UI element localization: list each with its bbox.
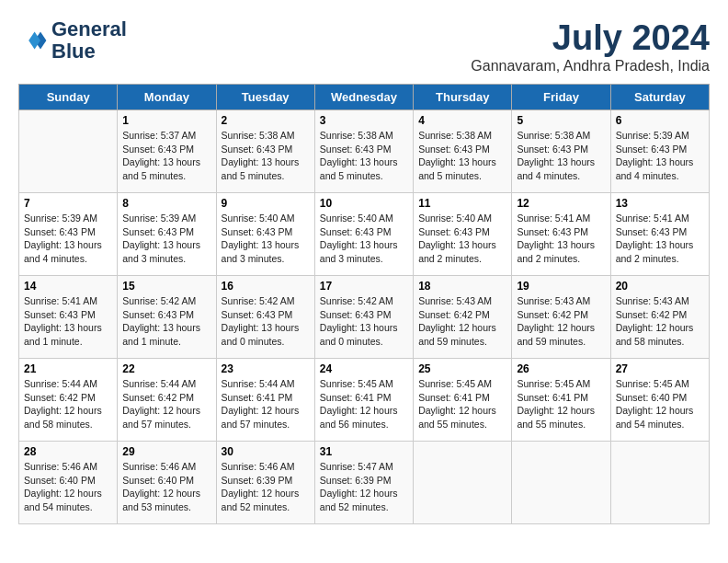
calendar-cell: 15Sunrise: 5:42 AM Sunset: 6:43 PM Dayli… [118, 276, 216, 359]
day-info: Sunrise: 5:42 AM Sunset: 6:43 PM Dayligh… [320, 294, 408, 349]
day-info: Sunrise: 5:44 AM Sunset: 6:41 PM Dayligh… [222, 377, 310, 431]
day-header-sunday: Sunday [19, 85, 118, 110]
day-header-wednesday: Wednesday [314, 85, 413, 110]
day-number: 3 [320, 114, 408, 127]
day-number: 18 [418, 280, 506, 293]
day-number: 19 [517, 280, 605, 293]
day-info: Sunrise: 5:39 AM Sunset: 6:43 PM Dayligh… [24, 212, 112, 266]
calendar-cell: 23Sunrise: 5:44 AM Sunset: 6:41 PM Dayli… [216, 359, 314, 442]
day-info: Sunrise: 5:44 AM Sunset: 6:42 PM Dayligh… [24, 377, 112, 431]
calendar-cell: 4Sunrise: 5:38 AM Sunset: 6:43 PM Daylig… [414, 110, 512, 193]
calendar-cell: 31Sunrise: 5:47 AM Sunset: 6:39 PM Dayli… [314, 442, 413, 524]
day-number: 15 [122, 280, 210, 293]
logo-icon [18, 26, 48, 55]
day-number: 30 [222, 445, 310, 458]
day-number: 26 [517, 362, 605, 375]
day-number: 29 [122, 445, 210, 458]
calendar-cell: 26Sunrise: 5:45 AM Sunset: 6:41 PM Dayli… [512, 359, 610, 442]
day-number: 11 [418, 197, 506, 210]
day-info: Sunrise: 5:45 AM Sunset: 6:40 PM Dayligh… [616, 377, 704, 431]
day-number: 10 [320, 197, 408, 210]
day-info: Sunrise: 5:45 AM Sunset: 6:41 PM Dayligh… [418, 377, 506, 431]
calendar-week-row: 1Sunrise: 5:37 AM Sunset: 6:43 PM Daylig… [19, 110, 710, 193]
day-number: 1 [122, 114, 210, 127]
calendar-week-row: 21Sunrise: 5:44 AM Sunset: 6:42 PM Dayli… [19, 359, 710, 442]
day-info: Sunrise: 5:39 AM Sunset: 6:43 PM Dayligh… [122, 212, 210, 266]
day-info: Sunrise: 5:38 AM Sunset: 6:43 PM Dayligh… [222, 129, 310, 183]
calendar-cell: 24Sunrise: 5:45 AM Sunset: 6:41 PM Dayli… [314, 359, 413, 442]
month-title: July 2024 [471, 18, 710, 58]
day-header-thursday: Thursday [414, 85, 512, 110]
day-info: Sunrise: 5:37 AM Sunset: 6:43 PM Dayligh… [122, 129, 210, 183]
day-info: Sunrise: 5:46 AM Sunset: 6:39 PM Dayligh… [222, 460, 310, 514]
calendar-cell: 9Sunrise: 5:40 AM Sunset: 6:43 PM Daylig… [216, 193, 314, 276]
day-info: Sunrise: 5:42 AM Sunset: 6:43 PM Dayligh… [222, 294, 310, 349]
logo-text: General Blue [51, 18, 127, 63]
logo: General Blue [18, 18, 127, 63]
calendar-week-row: 14Sunrise: 5:41 AM Sunset: 6:43 PM Dayli… [19, 276, 710, 359]
calendar-cell: 14Sunrise: 5:41 AM Sunset: 6:43 PM Dayli… [19, 276, 118, 359]
day-info: Sunrise: 5:40 AM Sunset: 6:43 PM Dayligh… [222, 212, 310, 266]
day-number: 2 [222, 114, 310, 127]
calendar-cell: 28Sunrise: 5:46 AM Sunset: 6:40 PM Dayli… [19, 442, 118, 524]
calendar-cell: 27Sunrise: 5:45 AM Sunset: 6:40 PM Dayli… [610, 359, 709, 442]
calendar-cell: 7Sunrise: 5:39 AM Sunset: 6:43 PM Daylig… [19, 193, 118, 276]
day-number: 14 [24, 280, 112, 293]
calendar-cell: 30Sunrise: 5:46 AM Sunset: 6:39 PM Dayli… [216, 442, 314, 524]
day-number: 7 [24, 197, 112, 210]
calendar-cell [512, 442, 610, 524]
day-number: 20 [616, 280, 704, 293]
day-number: 16 [222, 280, 310, 293]
day-header-monday: Monday [118, 85, 216, 110]
day-info: Sunrise: 5:45 AM Sunset: 6:41 PM Dayligh… [320, 377, 408, 431]
calendar-cell: 12Sunrise: 5:41 AM Sunset: 6:43 PM Dayli… [512, 193, 610, 276]
calendar-cell: 6Sunrise: 5:39 AM Sunset: 6:43 PM Daylig… [610, 110, 709, 193]
day-number: 24 [320, 362, 408, 375]
day-number: 23 [222, 362, 310, 375]
day-info: Sunrise: 5:44 AM Sunset: 6:42 PM Dayligh… [122, 377, 210, 431]
calendar-cell: 17Sunrise: 5:42 AM Sunset: 6:43 PM Dayli… [314, 276, 413, 359]
day-info: Sunrise: 5:40 AM Sunset: 6:43 PM Dayligh… [320, 212, 408, 266]
day-info: Sunrise: 5:40 AM Sunset: 6:43 PM Dayligh… [418, 212, 506, 266]
calendar-cell: 21Sunrise: 5:44 AM Sunset: 6:42 PM Dayli… [19, 359, 118, 442]
day-number: 8 [122, 197, 210, 210]
day-number: 22 [122, 362, 210, 375]
calendar-cell: 2Sunrise: 5:38 AM Sunset: 6:43 PM Daylig… [216, 110, 314, 193]
day-info: Sunrise: 5:43 AM Sunset: 6:42 PM Dayligh… [517, 294, 605, 349]
day-info: Sunrise: 5:39 AM Sunset: 6:43 PM Dayligh… [616, 129, 704, 183]
title-block: July 2024 Gannavaram, Andhra Pradesh, In… [471, 18, 710, 75]
day-info: Sunrise: 5:38 AM Sunset: 6:43 PM Dayligh… [320, 129, 408, 183]
calendar-week-row: 28Sunrise: 5:46 AM Sunset: 6:40 PM Dayli… [19, 442, 710, 524]
day-header-saturday: Saturday [610, 85, 709, 110]
day-info: Sunrise: 5:46 AM Sunset: 6:40 PM Dayligh… [122, 460, 210, 514]
day-info: Sunrise: 5:38 AM Sunset: 6:43 PM Dayligh… [517, 129, 605, 183]
day-number: 17 [320, 280, 408, 293]
calendar-cell [19, 110, 118, 193]
day-info: Sunrise: 5:43 AM Sunset: 6:42 PM Dayligh… [418, 294, 506, 349]
day-number: 28 [24, 445, 112, 458]
day-info: Sunrise: 5:41 AM Sunset: 6:43 PM Dayligh… [616, 212, 704, 266]
day-number: 31 [320, 445, 408, 458]
day-info: Sunrise: 5:41 AM Sunset: 6:43 PM Dayligh… [24, 294, 112, 349]
calendar-cell [610, 442, 709, 524]
calendar-week-row: 7Sunrise: 5:39 AM Sunset: 6:43 PM Daylig… [19, 193, 710, 276]
day-info: Sunrise: 5:43 AM Sunset: 6:42 PM Dayligh… [616, 294, 704, 349]
day-number: 12 [517, 197, 605, 210]
page-header: General Blue July 2024 Gannavaram, Andhr… [18, 18, 710, 75]
calendar-cell: 29Sunrise: 5:46 AM Sunset: 6:40 PM Dayli… [118, 442, 216, 524]
day-header-friday: Friday [512, 85, 610, 110]
calendar-cell: 20Sunrise: 5:43 AM Sunset: 6:42 PM Dayli… [610, 276, 709, 359]
calendar-cell: 5Sunrise: 5:38 AM Sunset: 6:43 PM Daylig… [512, 110, 610, 193]
day-number: 21 [24, 362, 112, 375]
calendar-cell: 8Sunrise: 5:39 AM Sunset: 6:43 PM Daylig… [118, 193, 216, 276]
day-number: 4 [418, 114, 506, 127]
day-number: 25 [418, 362, 506, 375]
day-info: Sunrise: 5:41 AM Sunset: 6:43 PM Dayligh… [517, 212, 605, 266]
calendar-cell: 10Sunrise: 5:40 AM Sunset: 6:43 PM Dayli… [314, 193, 413, 276]
day-info: Sunrise: 5:45 AM Sunset: 6:41 PM Dayligh… [517, 377, 605, 431]
calendar-cell: 18Sunrise: 5:43 AM Sunset: 6:42 PM Dayli… [414, 276, 512, 359]
day-info: Sunrise: 5:47 AM Sunset: 6:39 PM Dayligh… [320, 460, 408, 514]
day-number: 5 [517, 114, 605, 127]
calendar-cell [414, 442, 512, 524]
day-number: 9 [222, 197, 310, 210]
